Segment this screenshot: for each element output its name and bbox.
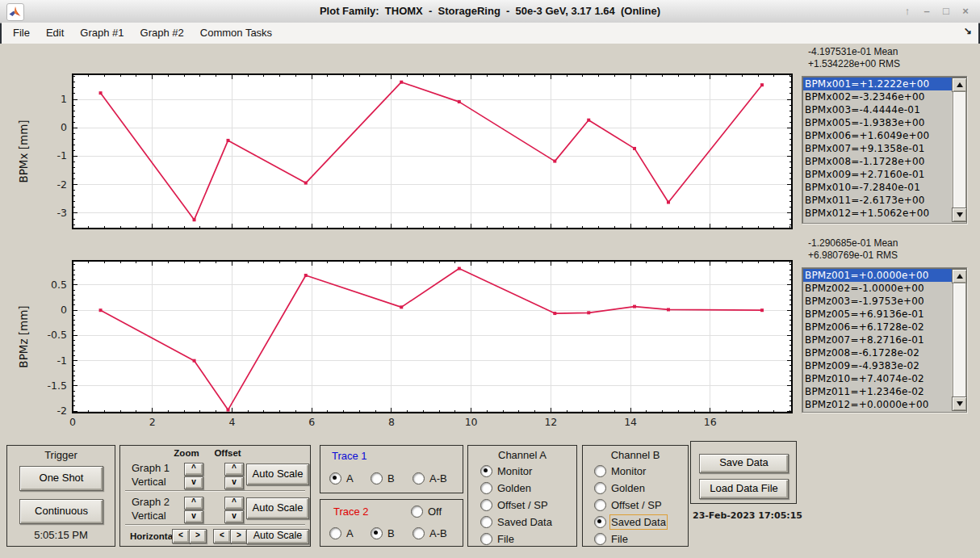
channel-a-radio-golden[interactable]: Golden bbox=[480, 482, 531, 494]
menu-overflow-arrow-icon[interactable]: ↘ bbox=[964, 25, 972, 36]
horizontal-offset-right-button[interactable]: > bbox=[230, 529, 248, 543]
menu-common-tasks[interactable]: Common Tasks bbox=[192, 23, 280, 44]
bpmx-listbox[interactable]: BPMx001=+1.2222e+00BPMx002=-3.2346e+00BP… bbox=[802, 76, 967, 224]
graph1-plot[interactable]: 10-1-2-3BPMx [mm] bbox=[0, 44, 799, 234]
save-data-button[interactable]: Save Data bbox=[699, 454, 789, 473]
radio-circle-icon[interactable] bbox=[411, 506, 423, 518]
graph1-offset-down-button[interactable]: v bbox=[224, 476, 244, 489]
bpmz-list-item[interactable]: BPMz009=-4.9383e-02 bbox=[803, 359, 952, 372]
bpmz-list-item[interactable]: BPMz007=+8.2716e-01 bbox=[803, 334, 952, 346]
graph1-offset-up-button[interactable]: ^ bbox=[224, 463, 244, 476]
close-button[interactable]: × bbox=[957, 3, 974, 19]
radio-circle-icon[interactable] bbox=[594, 482, 606, 494]
trace2-radio-off[interactable]: Off bbox=[411, 506, 442, 518]
load-data-file-button[interactable]: Load Data File bbox=[699, 479, 789, 499]
channel-a-radio-offset-sp[interactable]: Offset / SP bbox=[480, 499, 548, 511]
bpmz-list-item[interactable]: BPMz006=+6.1728e-02 bbox=[803, 321, 952, 334]
radio-circle-icon[interactable] bbox=[371, 527, 383, 539]
bpmz-list-item[interactable]: BPMz003=-1.9753e+00 bbox=[803, 295, 952, 308]
graph1-zoom-up-button[interactable]: ^ bbox=[184, 463, 203, 476]
radio-circle-icon[interactable] bbox=[480, 516, 492, 528]
trigger-time: 5:05:15 PM bbox=[7, 529, 115, 541]
bpmx-list-item[interactable]: BPMx010=-7.2840e-01 bbox=[803, 181, 952, 194]
menu-graph-2[interactable]: Graph #2 bbox=[132, 23, 192, 44]
trace1-radio-b[interactable]: B bbox=[371, 472, 395, 485]
horizontal-zoom-left-button[interactable]: < bbox=[172, 529, 190, 543]
channel-a-radio-saved-data[interactable]: Saved Data bbox=[480, 516, 552, 528]
graph2-axes[interactable]: 0.50-0.5-1-1.5-20246810121416BPMz [mm] bbox=[0, 237, 799, 444]
bpmx-list-item[interactable]: BPMx001=+1.2222e+00 bbox=[803, 78, 952, 90]
continuous-button[interactable]: Continuous bbox=[19, 499, 103, 524]
menu-edit[interactable]: Edit bbox=[38, 23, 72, 44]
graph2-plot[interactable]: 0.50-0.5-1-1.5-20246810121416BPMz [mm] bbox=[0, 237, 799, 441]
bpmx-list-item[interactable]: BPMx006=+1.6049e+00 bbox=[803, 129, 952, 142]
bpmx-scrollbar[interactable] bbox=[952, 78, 965, 222]
channel-b-radio-offset-sp[interactable]: Offset / SP bbox=[594, 499, 662, 511]
bpmx-list-item[interactable]: BPMx011=-2.6173e+00 bbox=[803, 194, 952, 207]
radio-circle-icon[interactable] bbox=[413, 472, 425, 485]
scrollbar-thumb[interactable] bbox=[953, 91, 966, 208]
bpmx-list-item[interactable]: BPMx002=-3.2346e+00 bbox=[803, 90, 952, 103]
trace1-radio-a[interactable]: A bbox=[329, 472, 354, 485]
radio-circle-icon[interactable] bbox=[480, 482, 492, 494]
channel-a-radio-monitor[interactable]: Monitor bbox=[480, 465, 532, 477]
trace1-radio-a-b[interactable]: A-B bbox=[413, 472, 447, 485]
radio-circle-icon[interactable] bbox=[594, 533, 606, 545]
trace2-radio-a[interactable]: A bbox=[329, 527, 354, 539]
radio-circle-icon[interactable] bbox=[594, 465, 606, 477]
scroll-up-button[interactable] bbox=[952, 269, 967, 283]
bpmx-list-item[interactable]: BPMx009=+2.7160e-01 bbox=[803, 168, 952, 181]
maximize-button[interactable]: □ bbox=[938, 3, 954, 19]
channel-b-radio-file[interactable]: File bbox=[594, 533, 628, 545]
radio-circle-icon[interactable] bbox=[480, 533, 492, 545]
minimize-button[interactable]: – bbox=[919, 3, 935, 19]
bpmz-list-item[interactable]: BPMz008=-6.1728e-02 bbox=[803, 346, 952, 359]
bpmz-list-item[interactable]: BPMz002=-1.0000e+00 bbox=[803, 282, 952, 295]
horizontal-offset-left-button[interactable]: < bbox=[213, 529, 231, 543]
bpmx-list-item[interactable]: BPMx012=+1.5062e+00 bbox=[803, 207, 952, 220]
channel-b-radio-monitor[interactable]: Monitor bbox=[594, 465, 646, 477]
bpmz-list-item[interactable]: BPMz001=+0.0000e+00 bbox=[803, 269, 952, 282]
horizontal-zoom-right-button[interactable]: > bbox=[189, 529, 207, 543]
bpmz-list-item[interactable]: BPMz005=+6.9136e-01 bbox=[803, 308, 952, 321]
radio-circle-icon[interactable] bbox=[594, 516, 606, 528]
scroll-down-button[interactable] bbox=[952, 396, 967, 411]
graph2-auto-scale-button[interactable]: Auto Scale bbox=[246, 497, 309, 519]
channel-b-radio-golden[interactable]: Golden bbox=[594, 482, 645, 494]
scroll-down-button[interactable] bbox=[952, 208, 967, 222]
graph1-auto-scale-button[interactable]: Auto Scale bbox=[246, 464, 309, 485]
menu-graph-1[interactable]: Graph #1 bbox=[72, 23, 132, 44]
channel-a-radio-file[interactable]: File bbox=[480, 533, 514, 545]
bpmz-list-item[interactable]: BPMz012=+0.0000e+00 bbox=[803, 398, 952, 411]
graph2-zoom-up-button[interactable]: ^ bbox=[184, 497, 203, 510]
bpmz-scrollbar[interactable] bbox=[952, 269, 965, 411]
bpmx-list-item[interactable]: BPMx005=-1.9383e+00 bbox=[803, 116, 952, 129]
radio-circle-icon[interactable] bbox=[329, 527, 341, 539]
radio-circle-icon[interactable] bbox=[371, 472, 383, 485]
trace2-radio-b[interactable]: B bbox=[371, 527, 395, 539]
graph2-offset-up-button[interactable]: ^ bbox=[224, 497, 244, 510]
scrollbar-thumb[interactable] bbox=[953, 283, 966, 397]
radio-circle-icon[interactable] bbox=[413, 527, 425, 539]
radio-circle-icon[interactable] bbox=[329, 472, 341, 485]
channel-b-radio-saved-data[interactable]: Saved Data bbox=[594, 516, 666, 528]
bpmz-list-item[interactable]: BPMz010=+7.4074e-02 bbox=[803, 372, 952, 385]
menu-file[interactable]: File bbox=[5, 23, 38, 44]
radio-circle-icon[interactable] bbox=[480, 465, 492, 477]
radio-circle-icon[interactable] bbox=[480, 499, 492, 511]
graph1-zoom-down-button[interactable]: v bbox=[184, 476, 203, 489]
shade-button[interactable]: ↑ bbox=[899, 3, 915, 19]
horizontal-auto-scale-button[interactable]: Auto Scale bbox=[246, 529, 309, 544]
bpmz-list-item[interactable]: BPMz011=+1.2346e-02 bbox=[803, 385, 952, 398]
graph1-axes[interactable]: 10-1-2-3BPMx [mm] bbox=[0, 44, 799, 237]
trace2-radio-a-b[interactable]: A-B bbox=[413, 527, 447, 539]
radio-circle-icon[interactable] bbox=[594, 499, 606, 511]
bpmx-list-item[interactable]: BPMx003=-4.4444e-01 bbox=[803, 103, 952, 116]
bpmx-list-item[interactable]: BPMx007=+9.1358e-01 bbox=[803, 142, 952, 155]
graph2-zoom-down-button[interactable]: v bbox=[184, 510, 203, 523]
bpmx-list-item[interactable]: BPMx008=-1.1728e+00 bbox=[803, 155, 952, 168]
scroll-up-button[interactable] bbox=[952, 78, 967, 92]
one-shot-button[interactable]: One Shot bbox=[19, 466, 103, 491]
bpmz-listbox[interactable]: BPMz001=+0.0000e+00BPMz002=-1.0000e+00BP… bbox=[802, 267, 967, 413]
graph2-offset-down-button[interactable]: v bbox=[224, 510, 244, 523]
